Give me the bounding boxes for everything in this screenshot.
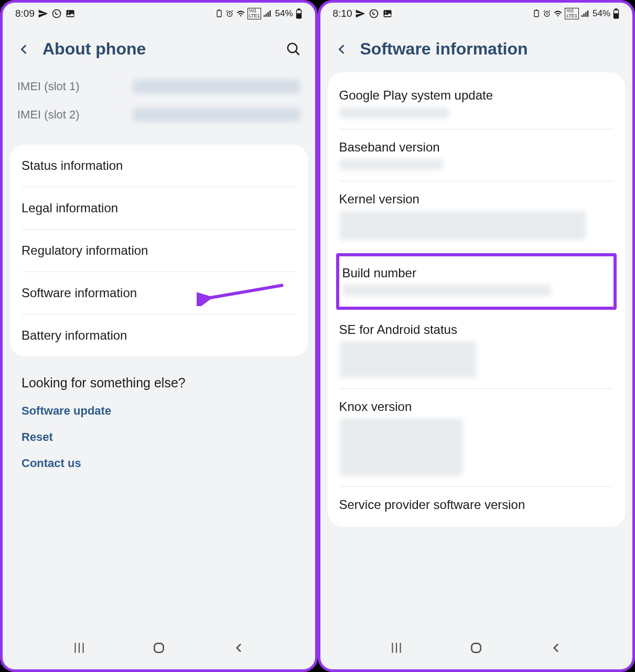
software-info-item[interactable]: Software information — [21, 272, 296, 315]
screen-software-info: 8:10 Vo)LTE1 54% Software information Go… — [318, 0, 636, 672]
google-play-update-item[interactable]: Google Play system update — [339, 78, 614, 129]
signal-icon — [581, 9, 590, 18]
status-right-2: Vo)LTE1 54% — [532, 8, 620, 19]
svg-rect-29 — [587, 10, 588, 17]
software-update-link[interactable]: Software update — [21, 404, 296, 418]
page-title: About phone — [42, 39, 274, 59]
contact-us-link[interactable]: Contact us — [21, 457, 296, 470]
svg-rect-32 — [614, 14, 618, 18]
svg-rect-31 — [615, 9, 617, 10]
status-bar: 8:09 Vo)LTE1 54% — [3, 3, 315, 21]
navigation-bar-2 — [320, 632, 633, 664]
battery-icon — [295, 8, 303, 19]
telegram-icon — [38, 8, 48, 19]
looking-title: Looking for something else? — [21, 375, 296, 391]
kernel-version-item[interactable]: Kernel version — [339, 181, 614, 251]
back-icon[interactable] — [232, 641, 245, 655]
navigation-bar — [3, 632, 315, 664]
svg-rect-36 — [472, 643, 481, 652]
alarm-icon — [543, 9, 551, 18]
imei-2-value-blurred — [133, 108, 300, 122]
value-blurred — [339, 159, 444, 170]
looking-section: Looking for something else? Software upd… — [3, 363, 315, 498]
svg-point-2 — [68, 12, 69, 13]
back-arrow-icon[interactable] — [16, 42, 31, 57]
service-provider-version-item[interactable]: Service provider software version — [339, 487, 614, 527]
reset-link[interactable]: Reset — [21, 430, 296, 444]
value-blurred — [339, 341, 477, 378]
imei-1-label: IMEI (slot 1) — [17, 80, 133, 93]
signal-icon — [263, 9, 273, 18]
imei-slot-1[interactable]: IMEI (slot 1) — [17, 72, 300, 101]
svg-line-15 — [207, 285, 283, 298]
svg-point-20 — [370, 10, 378, 18]
regulatory-info-item[interactable]: Regulatory information — [21, 230, 296, 272]
imei-section: IMEI (slot 1) IMEI (slot 2) — [3, 72, 315, 138]
svg-rect-11 — [298, 9, 300, 10]
image-icon — [65, 8, 76, 19]
volte-icon: Vo)LTE1 — [247, 8, 262, 19]
value-blurred — [339, 418, 463, 476]
info-card: Status information Legal information Reg… — [10, 145, 308, 356]
alarm-icon — [225, 9, 234, 18]
page-header-2: Software information — [320, 21, 633, 72]
search-icon[interactable] — [286, 41, 302, 57]
imei-2-label: IMEI (slot 2) — [17, 108, 133, 122]
status-info-item[interactable]: Status information — [21, 145, 296, 187]
status-left: 8:09 — [15, 8, 76, 19]
status-right: Vo)LTE1 54% — [215, 8, 303, 19]
svg-rect-8 — [268, 12, 269, 17]
annotation-arrow-icon — [197, 280, 286, 306]
back-arrow-icon[interactable] — [334, 42, 349, 57]
svg-point-22 — [385, 12, 387, 13]
software-info-card: Google Play system update Baseband versi… — [328, 72, 626, 527]
value-blurred — [339, 211, 586, 240]
battery-percent: 54% — [275, 8, 293, 19]
home-icon[interactable] — [469, 641, 483, 655]
status-left-2: 8:10 — [333, 8, 393, 19]
recent-apps-icon[interactable] — [390, 641, 403, 655]
svg-rect-7 — [266, 14, 267, 17]
page-header: About phone — [3, 21, 315, 72]
baseband-version-item[interactable]: Baseband version — [339, 129, 614, 181]
svg-point-0 — [52, 10, 60, 18]
battery-info-item[interactable]: Battery information — [21, 315, 296, 356]
image-icon — [382, 8, 393, 19]
wifi-icon — [236, 9, 245, 18]
svg-rect-26 — [582, 15, 583, 17]
page-title-2: Software information — [360, 39, 619, 59]
screen-about-phone: 8:09 Vo)LTE1 54% About phone IMEI (slot … — [0, 0, 318, 672]
svg-line-14 — [295, 51, 298, 54]
imei-1-value-blurred — [133, 80, 300, 93]
status-time-2: 8:10 — [333, 8, 352, 19]
value-blurred — [342, 285, 552, 296]
status-bar-2: 8:10 Vo)LTE1 54% — [320, 3, 633, 21]
svg-rect-3 — [217, 10, 221, 17]
status-time: 8:09 — [15, 8, 35, 19]
imei-slot-2[interactable]: IMEI (slot 2) — [17, 101, 300, 129]
wifi-icon — [553, 9, 563, 18]
battery-saver-icon — [532, 9, 541, 18]
telegram-icon — [355, 8, 365, 19]
volte-icon: Vo)LTE1 — [565, 8, 579, 19]
svg-rect-19 — [154, 643, 163, 652]
svg-rect-12 — [297, 14, 300, 18]
svg-rect-6 — [264, 15, 265, 17]
se-android-status-item[interactable]: SE for Android status — [339, 312, 614, 389]
whatsapp-icon — [51, 8, 62, 19]
svg-rect-28 — [585, 12, 586, 17]
battery-saver-icon — [215, 9, 223, 18]
whatsapp-icon — [369, 8, 379, 19]
back-icon[interactable] — [549, 641, 563, 655]
knox-version-item[interactable]: Knox version — [339, 389, 614, 487]
value-blurred — [339, 107, 449, 118]
battery-percent-2: 54% — [593, 8, 610, 19]
legal-info-item[interactable]: Legal information — [21, 187, 296, 230]
recent-apps-icon[interactable] — [72, 641, 86, 655]
svg-rect-9 — [270, 10, 271, 17]
svg-rect-27 — [583, 14, 584, 17]
svg-rect-23 — [534, 10, 539, 17]
home-icon[interactable] — [152, 641, 166, 655]
build-number-item[interactable]: Build number — [336, 253, 617, 310]
battery-icon — [612, 8, 620, 19]
